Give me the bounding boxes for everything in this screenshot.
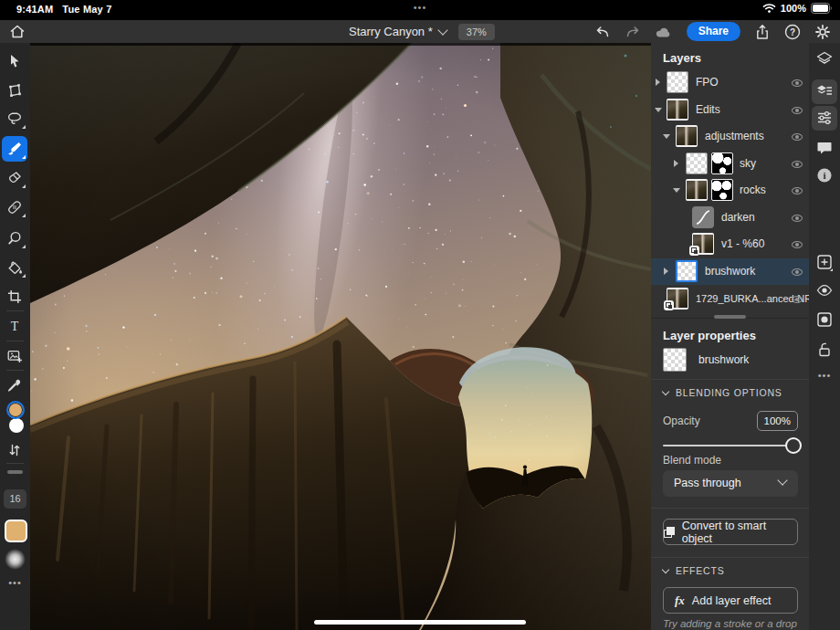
undo-button[interactable] xyxy=(594,24,611,40)
panel-rail: i ••• xyxy=(809,43,840,630)
layers-panel-button[interactable] xyxy=(815,50,834,68)
brush-tip-preview[interactable] xyxy=(5,549,26,570)
brush-tool[interactable] xyxy=(6,141,23,157)
tool-options-more-button[interactable]: ••• xyxy=(0,577,30,588)
export-icon[interactable] xyxy=(754,24,771,40)
curves-icon xyxy=(692,206,714,228)
collapse-icon[interactable] xyxy=(673,188,680,193)
layer-row-sky[interactable]: sky xyxy=(651,151,809,177)
layers-icon xyxy=(815,50,834,68)
opacity-slider-track[interactable] xyxy=(663,445,796,446)
opacity-label: Opacity xyxy=(663,415,700,427)
layer-name: sky xyxy=(740,151,756,177)
subtool-indicator xyxy=(22,245,26,248)
visibility-eye-icon[interactable] xyxy=(792,296,803,303)
subtool-indicator xyxy=(22,214,26,217)
layer-properties-button-active[interactable] xyxy=(812,106,837,131)
expand-icon[interactable] xyxy=(656,79,660,86)
layers-panel-title: Layers xyxy=(663,51,701,65)
document-canvas[interactable] xyxy=(30,43,651,630)
layer-row-edits[interactable]: Edits xyxy=(651,97,809,123)
layer-lock-button[interactable] xyxy=(815,341,834,359)
eyedropper-tool[interactable] xyxy=(6,377,23,394)
convert-button-label: Convert to smart object xyxy=(682,520,797,545)
eyedropper-tool-icon xyxy=(6,377,23,394)
add-layer-button[interactable] xyxy=(815,253,834,271)
eraser-tool[interactable] xyxy=(6,170,23,186)
info-button[interactable]: i xyxy=(815,166,834,184)
layer-row-darken[interactable]: darken xyxy=(651,205,809,231)
layer-row-1729-burka[interactable]: 1729_BURKA...anced-NR33 xyxy=(651,286,809,312)
layer-row-brushwork-selected[interactable]: brushwork xyxy=(651,258,809,285)
compact-layers-button-active[interactable] xyxy=(812,79,837,104)
brush-tool-icon xyxy=(6,141,23,157)
collapse-icon[interactable] xyxy=(663,134,670,139)
settings-gear-icon[interactable] xyxy=(814,24,831,40)
panel-divider xyxy=(651,557,809,558)
transform-tool[interactable] xyxy=(6,82,23,99)
opacity-value-box[interactable]: 100% xyxy=(757,411,798,431)
foreground-color-swatch[interactable] xyxy=(6,401,25,419)
visibility-eye-icon[interactable] xyxy=(792,79,803,87)
visibility-eye-icon[interactable] xyxy=(792,161,803,168)
layer-name: v1 - %60 xyxy=(721,231,764,257)
fill-tool[interactable] xyxy=(6,259,23,276)
crop-tool[interactable] xyxy=(6,289,23,305)
cloud-sync-icon[interactable] xyxy=(655,25,673,39)
layer-visibility-button[interactable] xyxy=(815,281,834,299)
swap-colors-button[interactable] xyxy=(6,442,23,458)
blend-mode-dropdown[interactable]: Pass through xyxy=(663,470,798,497)
redo-button[interactable] xyxy=(625,24,641,40)
brush-size-value[interactable]: 16 xyxy=(4,489,26,509)
layer-name: rocks xyxy=(740,177,766,204)
add-layer-icon xyxy=(815,253,834,271)
layer-mask-button[interactable] xyxy=(815,310,834,329)
layer-row-fpo[interactable]: FPO xyxy=(651,69,809,96)
document-title[interactable]: Starry Canyon * xyxy=(349,25,433,38)
visibility-eye-icon[interactable] xyxy=(792,268,803,276)
help-button[interactable]: ? xyxy=(784,24,801,40)
layer-row-adjustments[interactable]: adjustments xyxy=(651,123,809,150)
visibility-eye-icon[interactable] xyxy=(792,215,803,222)
healing-brush-tool[interactable] xyxy=(6,199,23,215)
panel-more-button[interactable]: ••• xyxy=(809,370,840,381)
help-glyph: ? xyxy=(790,26,795,37)
chevron-down-icon xyxy=(662,388,669,395)
expand-icon[interactable] xyxy=(664,268,668,275)
effects-header[interactable]: EFFECTS xyxy=(663,565,724,576)
place-photo-tool[interactable] xyxy=(6,348,23,364)
convert-to-smart-object-button[interactable]: Convert to smart object xyxy=(663,519,798,545)
home-button[interactable] xyxy=(8,23,26,41)
info-glyph: i xyxy=(823,170,825,181)
layer-row-v1[interactable]: v1 - %60 xyxy=(651,231,809,257)
blending-options-header[interactable]: BLENDING OPTIONS xyxy=(663,387,782,398)
expand-icon[interactable] xyxy=(674,160,678,167)
home-icon xyxy=(8,23,26,41)
current-color-chip[interactable] xyxy=(5,520,27,542)
collapse-icon[interactable] xyxy=(655,108,662,112)
panel-drag-handle[interactable] xyxy=(714,315,746,319)
layer-mask-thumbnail xyxy=(711,152,733,174)
add-effect-label: Add layer effect xyxy=(692,594,772,607)
visibility-eye-icon[interactable] xyxy=(792,241,803,248)
photoshop-ipad-app: 9:41AMTue May 7 ••• 100% Starry Canyon xyxy=(0,0,840,630)
background-color-swatch[interactable] xyxy=(9,418,24,433)
opacity-slider-handle[interactable] xyxy=(785,437,802,454)
lasso-tool[interactable] xyxy=(6,110,23,127)
type-glyph: T xyxy=(11,320,19,333)
comments-button[interactable] xyxy=(815,139,834,157)
home-indicator-bar[interactable] xyxy=(314,620,526,625)
fill-tool-icon xyxy=(6,259,23,276)
title-chevron-icon[interactable] xyxy=(437,25,447,35)
tool-options-bar[interactable] xyxy=(7,470,23,474)
move-tool[interactable] xyxy=(6,53,23,69)
add-layer-effect-button[interactable]: fx Add layer effect xyxy=(663,587,798,614)
zoom-level-badge[interactable]: 37% xyxy=(458,24,495,40)
share-button[interactable]: Share xyxy=(687,22,740,41)
type-tool[interactable]: T xyxy=(6,318,23,334)
clone-stamp-tool[interactable] xyxy=(6,230,23,247)
layer-row-rocks[interactable]: rocks xyxy=(651,177,809,204)
visibility-eye-icon[interactable] xyxy=(792,107,803,114)
visibility-eye-icon[interactable] xyxy=(792,133,803,141)
visibility-eye-icon[interactable] xyxy=(792,187,803,194)
